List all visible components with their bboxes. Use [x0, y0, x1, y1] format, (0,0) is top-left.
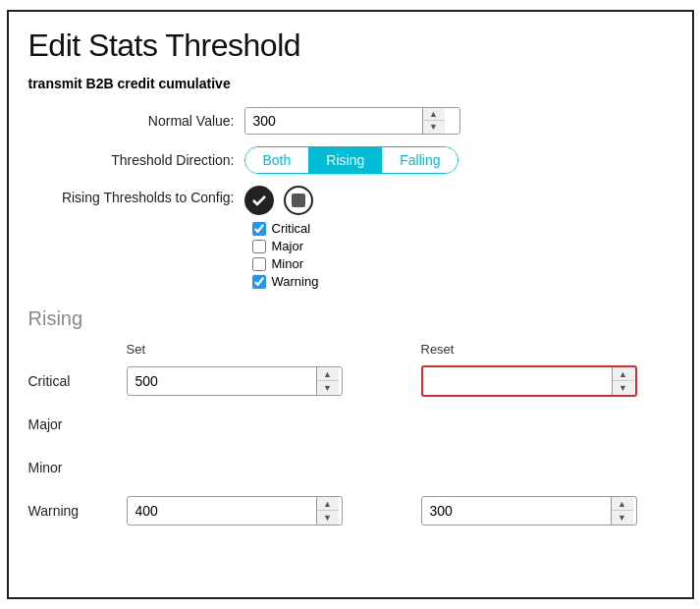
- minor-row: Minor: [28, 451, 673, 484]
- critical-set-input[interactable]: [128, 368, 316, 394]
- threshold-direction-toggle[interactable]: Both Rising Falling: [244, 146, 459, 174]
- checkbox-warning-input[interactable]: [252, 275, 266, 289]
- major-row: Major: [28, 408, 673, 441]
- spin-down-icon[interactable]: ▼: [613, 381, 634, 395]
- checkbox-major-label: Major: [272, 239, 304, 253]
- critical-reset-input[interactable]: [423, 368, 612, 394]
- critical-reset-spinner[interactable]: ▲ ▼: [612, 367, 634, 395]
- rising-section: Rising Set Reset Critical ▲ ▼ ▲ ▼: [28, 307, 673, 527]
- check-circle-filled-icon[interactable]: [244, 186, 274, 215]
- critical-row: Critical ▲ ▼ ▲ ▼: [28, 364, 673, 398]
- checkbox-critical-label: Critical: [272, 221, 311, 236]
- critical-set-field[interactable]: ▲ ▼: [127, 366, 343, 396]
- spin-up-icon[interactable]: ▲: [317, 367, 339, 381]
- rising-thresholds-row: Rising Thresholds to Config: Critical Ma…: [28, 186, 673, 292]
- minor-label: Minor: [28, 460, 127, 475]
- warning-row: Warning ▲ ▼ ▲ ▼: [28, 494, 673, 527]
- checkbox-warning-label: Warning: [272, 274, 319, 289]
- rising-thresholds-label: Rising Thresholds to Config:: [28, 186, 244, 205]
- spin-up-icon[interactable]: ▲: [613, 367, 634, 381]
- major-label: Major: [28, 416, 127, 432]
- threshold-direction-label: Threshold Direction:: [28, 152, 244, 168]
- normal-value-input[interactable]: [245, 108, 422, 134]
- checkbox-minor-input[interactable]: [252, 257, 266, 271]
- grid-header-row: Set Reset: [28, 342, 673, 357]
- critical-set-spinner[interactable]: ▲ ▼: [316, 367, 339, 395]
- normal-value-label: Normal Value:: [28, 113, 244, 129]
- checkbox-major-input[interactable]: [252, 240, 266, 253]
- spin-up-icon[interactable]: ▲: [423, 108, 445, 121]
- checkbox-minor[interactable]: Minor: [252, 256, 319, 271]
- warning-reset-input[interactable]: [422, 498, 611, 524]
- warning-set-spinner[interactable]: ▲ ▼: [316, 497, 339, 525]
- checkbox-warning[interactable]: Warning: [252, 274, 319, 289]
- toggle-rising[interactable]: Rising: [308, 147, 382, 173]
- warning-reset-spinner[interactable]: ▲ ▼: [611, 497, 633, 525]
- checkbox-minor-label: Minor: [272, 256, 304, 271]
- threshold-direction-row: Threshold Direction: Both Rising Falling: [28, 146, 673, 174]
- normal-value-row: Normal Value: ▲ ▼: [28, 107, 673, 135]
- toggle-falling[interactable]: Falling: [382, 147, 458, 173]
- warning-set-input[interactable]: [128, 498, 316, 524]
- spin-down-icon[interactable]: ▼: [423, 121, 445, 134]
- edit-stats-threshold-dialog: Edit Stats Threshold transmit B2B credit…: [7, 10, 694, 599]
- square-inner: [292, 194, 305, 207]
- checkbox-critical[interactable]: Critical: [252, 221, 319, 236]
- spin-down-icon[interactable]: ▼: [317, 511, 339, 525]
- checkbox-list: Critical Major Minor Warning: [252, 221, 319, 292]
- warning-reset-field[interactable]: ▲ ▼: [421, 496, 637, 526]
- checkbox-major[interactable]: Major: [252, 239, 319, 253]
- warning-set-field[interactable]: ▲ ▼: [127, 496, 343, 526]
- rising-title: Rising: [28, 307, 673, 330]
- checkbox-critical-input[interactable]: [252, 222, 266, 236]
- set-header: Set: [127, 342, 343, 357]
- spin-up-icon[interactable]: ▲: [317, 497, 339, 511]
- normal-value-spinner[interactable]: ▲ ▼: [422, 108, 445, 134]
- threshold-icon-row: [244, 186, 319, 215]
- critical-label: Critical: [28, 373, 127, 389]
- critical-reset-field[interactable]: ▲ ▼: [421, 365, 637, 397]
- section-subtitle: transmit B2B credit cumulative: [28, 76, 673, 91]
- warning-label: Warning: [28, 503, 127, 519]
- spin-down-icon[interactable]: ▼: [612, 511, 633, 525]
- spin-down-icon[interactable]: ▼: [317, 381, 339, 395]
- square-circle-icon[interactable]: [284, 186, 313, 215]
- toggle-both[interactable]: Both: [245, 147, 309, 173]
- reset-header: Reset: [421, 342, 455, 357]
- normal-value-field[interactable]: ▲ ▼: [244, 107, 460, 135]
- dialog-title: Edit Stats Threshold: [28, 28, 673, 64]
- spin-up-icon[interactable]: ▲: [612, 497, 633, 511]
